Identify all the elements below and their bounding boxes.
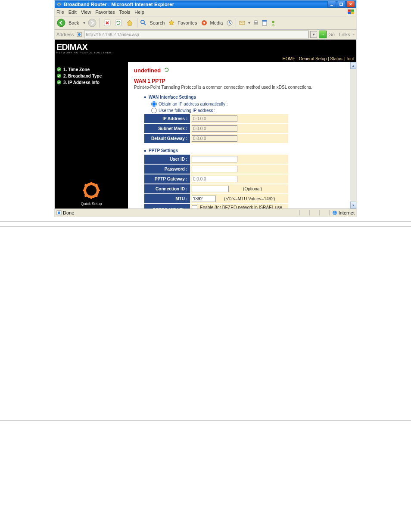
media-label[interactable]: Media (210, 20, 223, 25)
gear-icon (82, 181, 101, 200)
ip-address-input[interactable] (192, 115, 237, 122)
radio-static-ip[interactable] (151, 108, 157, 113)
check-icon (56, 80, 62, 85)
history-icon[interactable] (226, 18, 233, 28)
divider (0, 226, 411, 227)
user-id-input[interactable] (192, 156, 237, 162)
status-zone: Internet (339, 210, 355, 215)
window-title: Broadband Router - Microsoft Internet Ex… (64, 2, 327, 7)
messenger-icon[interactable] (270, 18, 277, 28)
divider (0, 221, 411, 222)
svg-rect-28 (90, 182, 92, 184)
section-title: WAN 1 PPTP (134, 78, 344, 84)
minimize-button[interactable] (327, 1, 336, 8)
sidebar-footer: Quick Setup (55, 181, 128, 206)
svg-rect-4 (351, 9, 354, 12)
address-input[interactable] (84, 31, 309, 38)
default-gateway-input[interactable] (192, 135, 237, 142)
svg-rect-2 (340, 3, 342, 6)
row-pptp-gateway: PPTP Gateway : (144, 174, 288, 184)
header-nav: HOME | General Setup | Status | Tool (282, 56, 354, 61)
vertical-scrollbar[interactable]: ▲ ▼ (350, 62, 356, 208)
wan-interface-heading: WAN Interface Settings (144, 95, 344, 100)
scroll-up-button[interactable]: ▲ (350, 62, 356, 69)
links-button[interactable]: Links (339, 32, 350, 37)
menu-help[interactable]: Help (134, 9, 144, 15)
home-button[interactable] (125, 18, 134, 28)
sidebar-item-time-zone[interactable]: 1. Time Zone (56, 67, 126, 72)
nav-status[interactable]: Status (330, 56, 342, 61)
bezeq-checkbox[interactable] (192, 205, 197, 208)
mtu-input[interactable] (192, 196, 216, 202)
favorites-label[interactable]: Favorites (177, 20, 197, 25)
connection-id-note: (Optional) (243, 187, 262, 191)
mtu-note: (512<=MTU Value<=1492) (224, 196, 275, 201)
refresh-button[interactable] (114, 18, 123, 28)
app-header: EDIMAX NETWORKING PEOPLE TOGETHER HOME |… (55, 40, 356, 62)
menu-tools[interactable]: Tools (119, 9, 131, 15)
row-default-gateway: Default Gateway : (144, 134, 288, 143)
refresh-icon[interactable] (164, 67, 169, 72)
maximize-button[interactable] (337, 1, 346, 8)
menu-favorites[interactable]: Favorites (95, 9, 115, 15)
address-dropdown[interactable]: ▼ (310, 31, 317, 38)
mail-icon[interactable] (239, 18, 246, 28)
svg-rect-3 (348, 9, 351, 12)
address-bar: Address ▼ → Go Links » (55, 30, 356, 40)
back-button[interactable] (56, 18, 66, 28)
search-icon[interactable] (140, 18, 147, 28)
nav-tool[interactable]: Tool (346, 56, 354, 61)
menu-edit[interactable]: Edit (68, 9, 77, 15)
nav-home[interactable]: HOME (282, 56, 295, 61)
nav-general-setup[interactable]: General Setup (299, 56, 327, 61)
row-user-id: User ID : (144, 155, 288, 164)
section-desc: Point-to-Point Tunneling Protocol is a c… (134, 85, 344, 90)
windows-flag-icon (348, 9, 355, 15)
go-button[interactable]: → (319, 31, 327, 38)
print-icon[interactable] (252, 18, 259, 28)
pptp-form: User ID : Password : PPTP Gateway : Conn… (144, 155, 288, 208)
row-subnet-mask: Subnet Mask : (144, 124, 288, 134)
search-label[interactable]: Search (149, 20, 165, 25)
mail-dropdown[interactable]: ▼ (247, 21, 251, 25)
svg-rect-5 (348, 12, 351, 14)
menu-bar: File Edit View Favorites Tools Help (55, 8, 356, 16)
media-icon[interactable] (201, 18, 208, 28)
brand-logo: EDIMAX NETWORKING PEOPLE TOGETHER (56, 42, 112, 54)
go-label: Go (328, 32, 335, 37)
subnet-mask-input[interactable] (192, 125, 237, 132)
check-icon (56, 67, 62, 72)
svg-rect-10 (115, 20, 121, 26)
radio-obtain-auto[interactable] (151, 101, 157, 107)
back-dropdown[interactable]: ▼ (82, 21, 86, 25)
links-chevron[interactable]: » (353, 33, 355, 37)
pptp-heading: PPTP Settings (144, 148, 344, 153)
menu-file[interactable]: File (56, 9, 64, 15)
ip-address-label: IP Address : (144, 114, 190, 124)
svg-rect-18 (255, 21, 257, 22)
svg-point-8 (88, 19, 96, 27)
row-connection-id: Connection ID : (Optional) (144, 184, 288, 194)
edit-icon[interactable] (261, 18, 268, 28)
close-button[interactable]: ✕ (346, 1, 355, 8)
svg-point-36 (89, 188, 94, 193)
stop-button[interactable] (103, 18, 112, 28)
forward-button[interactable] (87, 18, 97, 28)
scroll-down-button[interactable]: ▼ (350, 202, 356, 208)
sidebar-item-ip-address-info[interactable]: 3. IP Address Info (56, 80, 126, 85)
svg-rect-6 (351, 12, 354, 14)
pptp-gateway-input[interactable] (192, 176, 237, 182)
sidebar-item-broadband-type[interactable]: 2. Broadband Type (56, 73, 126, 78)
connection-id-input[interactable] (192, 186, 229, 192)
pptp-gateway-label: PPTP Gateway : (144, 174, 190, 184)
menu-view[interactable]: View (81, 9, 91, 15)
scroll-track[interactable] (350, 69, 356, 202)
page-icon (76, 31, 82, 37)
favorites-icon[interactable] (168, 18, 175, 28)
row-password: Password : (144, 164, 288, 174)
svg-rect-29 (90, 196, 92, 199)
row-bezeq: BEZEQ-ISRAEL : Enable (for BEZEQ network… (144, 204, 288, 208)
svg-line-12 (144, 23, 146, 25)
password-input[interactable] (192, 166, 237, 172)
row-mtu: MTU : (512<=MTU Value<=1492) (144, 194, 288, 204)
